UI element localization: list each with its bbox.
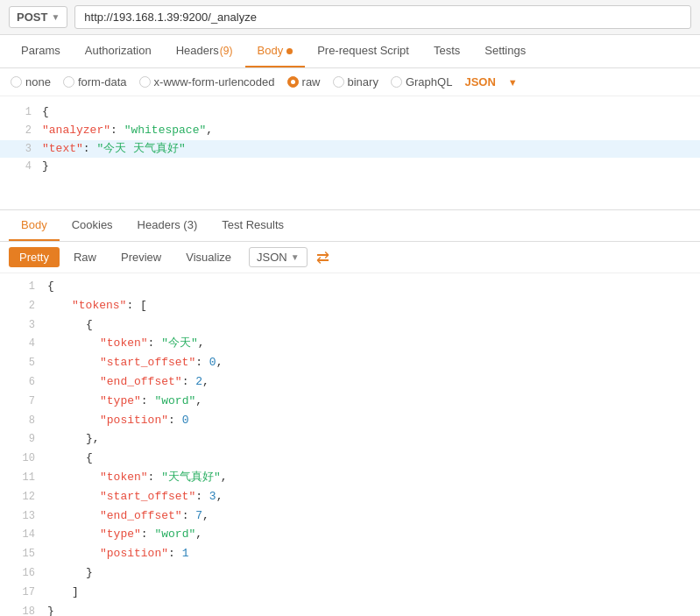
resp-line-content: "type": "word",	[47, 392, 202, 410]
response-line: 4"token": "今天",	[0, 334, 700, 353]
request-tabs: Params Authorization Headers(9) Body Pre…	[0, 35, 700, 68]
tab-authorization[interactable]: Authorization	[73, 35, 164, 67]
resp-tab-cookies[interactable]: Cookies	[60, 210, 125, 241]
resp-line-content: {	[47, 449, 93, 467]
resp-line-content: "token": "天气真好",	[47, 468, 228, 486]
response-line: 5"start_offset": 0,	[0, 353, 700, 372]
body-type-graphql[interactable]: GraphQL	[391, 75, 452, 89]
response-line: 15"position": 1	[0, 544, 700, 563]
response-format-select[interactable]: JSON ▼	[249, 247, 308, 267]
line-content: {	[42, 103, 49, 122]
resp-line-number: 2	[7, 298, 35, 315]
resp-line-content: ]	[47, 583, 79, 601]
tab-tests[interactable]: Tests	[421, 35, 472, 67]
resp-line-number: 17	[7, 584, 35, 602]
wrap-icon[interactable]: ⇄	[316, 248, 329, 267]
method-select[interactable]: POST ▼	[9, 6, 67, 28]
body-type-selector: none form-data x-www-form-urlencoded raw…	[0, 68, 700, 96]
resp-line-content: "token": "今天",	[47, 334, 205, 352]
response-line: 12"start_offset": 3,	[0, 487, 700, 506]
tab-headers[interactable]: Headers(9)	[164, 35, 245, 67]
body-type-raw[interactable]: raw	[287, 75, 321, 89]
response-line: 1{	[0, 277, 700, 296]
radio-binary	[333, 76, 344, 88]
resp-line-content: }	[47, 563, 93, 582]
body-type-urlencoded[interactable]: x-www-form-urlencoded	[139, 75, 275, 89]
resp-line-content: {	[47, 277, 54, 295]
request-line-3: 3 "text": "今天 天气真好"	[0, 140, 700, 159]
response-tabs: Body Cookies Headers (3) Test Results	[0, 210, 700, 242]
resp-line-content: "tokens": [	[47, 296, 147, 315]
resp-line-number: 12	[7, 489, 35, 506]
method-chevron-icon: ▼	[51, 12, 60, 22]
response-line: 17]	[0, 583, 700, 602]
response-body: 1{2"tokens": [3{4"token": "今天",5"start_o…	[0, 273, 700, 616]
resp-line-content: "start_offset": 0,	[47, 353, 223, 372]
view-visualize[interactable]: Visualize	[175, 247, 242, 267]
body-type-binary[interactable]: binary	[333, 75, 378, 89]
resp-tab-headers[interactable]: Headers (3)	[125, 210, 210, 241]
tab-settings[interactable]: Settings	[472, 35, 538, 67]
radio-urlencoded	[139, 76, 151, 88]
response-line: 3{	[0, 315, 700, 335]
radio-none	[11, 76, 22, 88]
resp-line-content: "position": 0	[47, 411, 188, 429]
resp-line-number: 14	[7, 527, 35, 544]
format-dropdown-icon[interactable]: ▼	[508, 77, 518, 88]
response-line: 18}	[0, 602, 700, 616]
resp-line-content: }	[47, 602, 54, 616]
response-line: 8"position": 0	[0, 411, 700, 430]
view-preview[interactable]: Preview	[110, 247, 172, 267]
line-number: 4	[7, 159, 32, 175]
url-bar: POST ▼	[0, 0, 700, 35]
response-line: 16}	[0, 563, 700, 583]
resp-line-number: 16	[7, 565, 35, 583]
resp-line-number: 8	[7, 413, 35, 430]
resp-line-content: "end_offset": 7,	[47, 506, 209, 525]
response-line: 9},	[0, 429, 700, 449]
resp-line-number: 7	[7, 393, 35, 411]
resp-tab-testresults[interactable]: Test Results	[209, 210, 296, 241]
tab-prerequest[interactable]: Pre-request Script	[305, 35, 421, 67]
radio-formdata	[63, 76, 74, 88]
resp-line-number: 11	[7, 470, 35, 487]
resp-line-content: {	[47, 315, 93, 334]
resp-line-content: "position": 1	[47, 544, 188, 563]
resp-line-number: 9	[7, 431, 35, 449]
resp-line-number: 10	[7, 450, 35, 468]
response-line: 7"type": "word",	[0, 392, 700, 411]
line-number: 3	[7, 141, 32, 158]
resp-line-content: "start_offset": 3,	[47, 487, 223, 506]
response-line: 11"token": "天气真好",	[0, 468, 700, 487]
radio-raw	[287, 76, 299, 88]
format-label: JSON	[464, 75, 495, 89]
resp-line-number: 6	[7, 374, 35, 392]
method-label: POST	[17, 11, 47, 24]
request-line-1: 1{	[0, 103, 700, 122]
url-input[interactable]	[74, 5, 691, 29]
tab-body[interactable]: Body	[245, 35, 306, 67]
body-active-dot	[286, 48, 293, 54]
resp-line-number: 18	[7, 604, 35, 616]
line-content: "text": "今天 天气真好"	[42, 140, 186, 159]
body-type-formdata[interactable]: form-data	[63, 75, 127, 89]
resp-line-number: 13	[7, 508, 35, 526]
line-content: }	[42, 158, 49, 176]
request-body-editor[interactable]: 1{2 "analyzer": "whitespace",3 "text": "…	[0, 96, 700, 210]
resp-line-content: "end_offset": 2,	[47, 372, 209, 391]
resp-tab-body[interactable]: Body	[9, 210, 60, 241]
response-toolbar: Pretty Raw Preview Visualize JSON ▼ ⇄	[0, 242, 700, 273]
request-line-2: 2 "analyzer": "whitespace",	[0, 122, 700, 140]
resp-line-content: },	[47, 429, 100, 448]
response-line: 13"end_offset": 7,	[0, 506, 700, 526]
request-line-4: 4}	[0, 158, 700, 176]
view-pretty[interactable]: Pretty	[9, 247, 60, 267]
response-line: 10{	[0, 449, 700, 468]
tab-params[interactable]: Params	[9, 35, 73, 67]
resp-line-number: 4	[7, 336, 35, 353]
resp-line-number: 1	[7, 279, 35, 296]
view-raw[interactable]: Raw	[63, 247, 107, 267]
line-number: 1	[7, 104, 32, 121]
body-type-none[interactable]: none	[11, 75, 51, 89]
radio-graphql	[391, 76, 402, 88]
